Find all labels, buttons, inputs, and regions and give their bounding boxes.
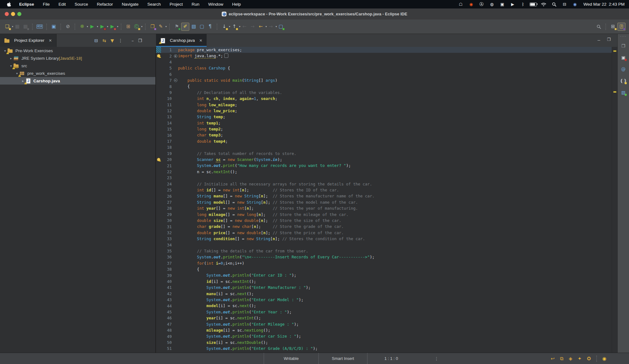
link-with-editor-icon[interactable]: ⇆	[103, 38, 106, 43]
filter-icon[interactable]: ▼	[110, 38, 114, 43]
previous-annotation-button[interactable]: ↑	[231, 23, 238, 30]
spotlight-icon[interactable]	[550, 2, 558, 7]
tab-project-explorer[interactable]: Project Explorer ✕	[0, 34, 57, 47]
code-line[interactable]: 9 // Declaration of all the variables.	[156, 90, 612, 96]
tree-item-project[interactable]: ▾Pre-Work Exercises	[0, 47, 155, 54]
dropdown-caret-icon[interactable]: ▾	[141, 25, 142, 28]
code-line[interactable]: 32 double price[] = new double[n]; // St…	[156, 230, 612, 236]
next-annotation-button[interactable]: ↓	[220, 23, 228, 30]
code-line[interactable]: 29 long mileage[] = new long[n]; // Stor…	[156, 212, 612, 218]
code-line[interactable]: 48 mileage[i] = sc.nextLong();	[156, 327, 612, 333]
chevron-down-icon[interactable]: ▾	[14, 72, 19, 75]
close-window-button[interactable]	[5, 12, 9, 16]
back-button[interactable]: ←	[257, 23, 264, 30]
collapse-icon[interactable]: −	[174, 79, 177, 82]
menu-item-window[interactable]: Window	[204, 0, 228, 8]
problems-view-icon[interactable]: ▣	[620, 54, 627, 61]
new-class-button[interactable]: Ⓒ	[133, 23, 140, 30]
mark-occurrences-button[interactable]: ✐	[181, 23, 189, 31]
code-line[interactable]: 10 int n, ch, index, again=1, search;	[156, 96, 612, 102]
code-line[interactable]: 15 long temp2;	[156, 126, 612, 132]
tree-item-src[interactable]: ▾src	[0, 62, 155, 69]
java-perspective-button[interactable]: J	[617, 23, 626, 31]
code-line[interactable]: 13 String temp;	[156, 114, 612, 120]
code-line[interactable]: 21 System.out.print("How many car record…	[156, 163, 612, 168]
binary-literals-button[interactable]: 010	[36, 23, 43, 30]
restore-views-icon[interactable]: ❐	[620, 42, 627, 49]
code-line[interactable]: 50 size[i] = sc.nextDouble();	[156, 339, 612, 345]
menu-item-project[interactable]: Project	[165, 0, 187, 8]
pin-editor-button[interactable]: ▢	[277, 23, 285, 30]
coverage-button[interactable]: ▶	[98, 23, 106, 30]
console-view-icon[interactable]: ▨	[620, 89, 627, 96]
menu-item-eclipse[interactable]: Eclipse	[15, 0, 38, 8]
collapse-all-icon[interactable]: ⊟	[94, 38, 98, 43]
chevron-down-icon[interactable]: ▾	[3, 49, 8, 52]
vpn-shield-icon[interactable]: ☖	[457, 2, 465, 7]
code-line[interactable]: 45 System.out.println("Enter Year : ");	[156, 309, 612, 315]
code-line[interactable]: 11 long low_mileage;	[156, 102, 612, 108]
menu-item-source[interactable]: Source	[70, 0, 92, 8]
warning-icon[interactable]	[157, 54, 160, 58]
code-line[interactable]: 47 System.out.println("Enter Mileage : "…	[156, 321, 612, 327]
control-center-icon[interactable]: ⊟	[561, 2, 568, 7]
code-line[interactable]: 12 double low_price;	[156, 108, 612, 114]
code-line[interactable]: 38 {	[156, 266, 612, 272]
play-circle-icon[interactable]: ▶	[509, 2, 516, 7]
code-line[interactable]: 22 n = sc.nextInt();	[156, 169, 612, 175]
tree-item-carshop[interactable]: ▸JCarshop.java	[0, 77, 155, 85]
learning-icon[interactable]: ◈	[569, 356, 572, 361]
maximize-editor-icon[interactable]: ❐	[607, 37, 611, 42]
code-line[interactable]: 26 String manu[] = new String[n]; // Sto…	[156, 193, 612, 199]
guide-map-icon[interactable]: ⧉	[560, 356, 563, 361]
code-line[interactable]: 23	[156, 175, 612, 181]
code-line[interactable]: 5public class Carshop {	[156, 65, 612, 71]
code-line[interactable]: 39 System.out.println("Enter car ID : ")…	[156, 272, 612, 278]
dropdown-caret-icon[interactable]: ▾	[165, 25, 167, 28]
menu-bar-clock[interactable]: Wed Mar 22 2:43 PM	[583, 2, 625, 7]
block-selection-button[interactable]: ▧	[190, 23, 198, 30]
chevron-down-icon[interactable]: ▾	[8, 64, 14, 68]
dropdown-caret-icon[interactable]: ▾	[117, 25, 118, 28]
show-whitespace-button[interactable]: ¶	[206, 23, 214, 30]
code-line[interactable]: 4	[156, 59, 612, 65]
tree-item-jre-library[interactable]: ▸JRE System Library [JavaSE-18]	[0, 54, 155, 62]
code-line[interactable]: 19 // Takes total number of records to s…	[156, 151, 612, 157]
code-line[interactable]: 42 manu[i] = sc.next();	[156, 291, 612, 297]
code-line[interactable]: 36 System.out.println("\n<----------Inse…	[156, 254, 612, 260]
magic-wand-icon[interactable]: ✦	[578, 356, 582, 361]
globe-icon[interactable]: ◍	[488, 2, 496, 7]
code-line[interactable]: 14 int temp1;	[156, 120, 612, 126]
code-line[interactable]: 37 for(int i=0;i<n;i++)	[156, 260, 612, 266]
battery-icon[interactable]	[530, 2, 537, 7]
lightbulb-icon[interactable]: ◉	[602, 356, 606, 361]
siri-icon[interactable]: ◉	[571, 2, 579, 7]
code-line[interactable]: 49 System.out.println("Enter car Size : …	[156, 333, 612, 339]
view-menu-icon[interactable]: ⋮	[118, 38, 123, 43]
menu-item-refactor[interactable]: Refactor	[92, 0, 117, 8]
tab-carshop-java[interactable]: J Carshop.java ✕	[156, 34, 207, 47]
previous-edit-location-button[interactable]: ←	[241, 23, 248, 30]
run-button[interactable]: ▶	[88, 23, 96, 30]
minimize-editor-icon[interactable]: –	[598, 37, 600, 42]
toolbar-search-button[interactable]	[595, 23, 603, 30]
next-edit-location-button[interactable]: →	[249, 23, 256, 30]
code-line[interactable]: 41 System.out.println("Enter Manufacture…	[156, 284, 612, 290]
forward-button[interactable]: →	[267, 23, 275, 30]
profile-button[interactable]: ▶	[109, 23, 116, 30]
code-line[interactable]: 25 int id[] = new int[n]; // Stores the …	[156, 187, 612, 193]
apple-menu-icon[interactable]	[0, 2, 15, 7]
maximize-view-icon[interactable]: ❐	[138, 38, 142, 43]
console-button[interactable]: ▣	[50, 23, 58, 30]
new-button[interactable]: ❏	[3, 23, 11, 30]
code-line[interactable]: 46 year[i] = sc.nextInt();	[156, 315, 612, 321]
code-line[interactable]: 27 String model[] = new String[n]; // St…	[156, 199, 612, 205]
sidebar-grip[interactable]: ····	[620, 35, 626, 38]
bluetooth-icon[interactable]: ᛒ	[519, 2, 527, 7]
favorites-icon[interactable]: ✪	[587, 356, 591, 361]
code-line[interactable]: 2+import java.lang.*;	[156, 53, 612, 59]
code-line[interactable]: 30 double size[] = new double[n]; // Sto…	[156, 218, 612, 223]
code-line[interactable]: 44 model[i] = sc.next();	[156, 303, 612, 309]
minimize-view-icon[interactable]: –	[131, 38, 134, 43]
chevron-right-icon[interactable]: ▸	[20, 79, 25, 83]
